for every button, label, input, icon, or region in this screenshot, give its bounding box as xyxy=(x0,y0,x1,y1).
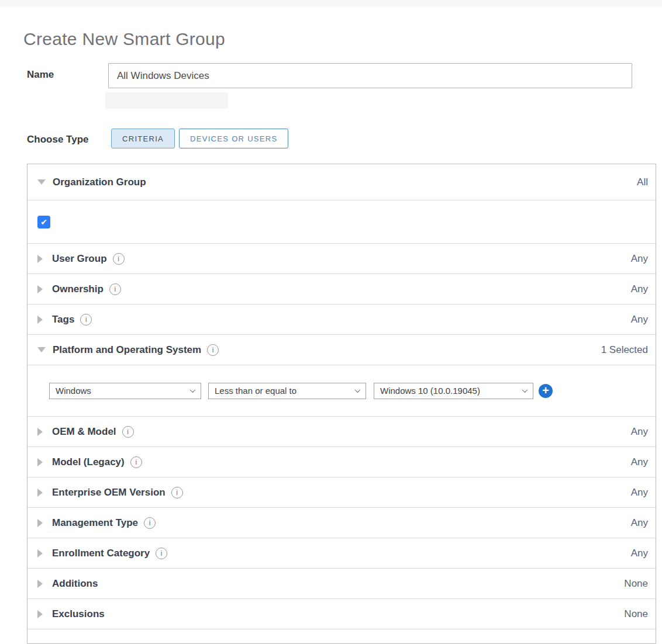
info-icon[interactable]: i xyxy=(207,344,219,356)
row-label: OEM & Model xyxy=(52,426,116,438)
panel-empty-area xyxy=(27,629,656,643)
criteria-row-exclusions[interactable]: Exclusions None xyxy=(27,599,656,629)
row-label: Organization Group xyxy=(53,176,146,188)
info-icon[interactable]: i xyxy=(144,517,156,529)
caret-right-icon xyxy=(37,316,43,324)
organization-group-content-row: ✔ xyxy=(27,200,656,244)
choose-type-button-group: CRITERIA DEVICES OR USERS xyxy=(111,129,288,148)
caret-right-icon xyxy=(37,610,43,618)
caret-right-icon xyxy=(37,255,43,263)
criteria-row-platform-and-os[interactable]: Platform and Operating System i 1 Select… xyxy=(27,335,656,365)
chevron-down-icon xyxy=(355,387,361,393)
info-icon[interactable]: i xyxy=(113,253,125,265)
create-smart-group-page: Create New Smart Group Name Choose Type … xyxy=(0,0,662,644)
row-value: None xyxy=(624,578,648,590)
row-value: 1 Selected xyxy=(601,344,648,356)
info-icon[interactable]: i xyxy=(122,426,134,438)
criteria-row-oem-and-model[interactable]: OEM & Model i Any xyxy=(27,417,656,447)
caret-right-icon xyxy=(37,458,43,466)
row-label: Additions xyxy=(52,578,98,590)
caret-right-icon xyxy=(37,285,43,293)
row-value: Any xyxy=(631,426,648,438)
caret-down-icon xyxy=(37,347,46,352)
criteria-row-tags[interactable]: Tags i Any xyxy=(27,304,656,335)
criteria-row-model-legacy[interactable]: Model (Legacy) i Any xyxy=(27,447,656,477)
os-version-select-value: Windows 10 (10.0.19045) xyxy=(380,386,480,396)
operator-select[interactable]: Less than or equal to xyxy=(208,383,366,399)
os-version-select[interactable]: Windows 10 (10.0.19045) xyxy=(374,383,533,399)
name-field-label: Name xyxy=(27,69,54,81)
row-value: Any xyxy=(631,548,648,559)
type-button-devices-or-users[interactable]: DEVICES OR USERS xyxy=(179,129,288,148)
row-value: Any xyxy=(631,487,648,498)
caret-right-icon xyxy=(37,549,43,558)
row-value: Any xyxy=(631,456,648,468)
row-label: Enterprise OEM Version xyxy=(52,487,166,498)
row-label: Exclusions xyxy=(52,608,105,620)
row-label: Model (Legacy) xyxy=(52,456,125,468)
platform-select[interactable]: Windows xyxy=(49,383,201,399)
row-label: Tags xyxy=(52,314,74,326)
chevron-down-icon xyxy=(522,387,528,393)
row-value: Any xyxy=(631,314,648,326)
info-icon[interactable]: i xyxy=(80,314,92,326)
name-helper-redacted-text xyxy=(105,92,228,109)
operator-select-value: Less than or equal to xyxy=(215,386,296,396)
caret-right-icon xyxy=(37,519,43,527)
choose-type-label: Choose Type xyxy=(27,134,88,146)
row-value: Any xyxy=(631,517,648,529)
row-value: Any xyxy=(631,283,648,295)
caret-right-icon xyxy=(37,428,43,436)
row-label: Enrollment Category xyxy=(52,548,150,559)
platform-rule-row: Windows Less than or equal to Windows 10… xyxy=(27,365,656,417)
type-button-criteria[interactable]: CRITERIA xyxy=(111,129,175,148)
plus-icon: + xyxy=(542,384,549,397)
info-icon[interactable]: i xyxy=(171,487,183,498)
checkmark-icon: ✔ xyxy=(40,217,47,227)
criteria-row-organization-group[interactable]: Organization Group All xyxy=(27,164,656,200)
page-top-strip xyxy=(0,0,662,7)
name-input[interactable] xyxy=(108,63,632,88)
info-icon[interactable]: i xyxy=(130,456,142,468)
row-label: Platform and Operating System xyxy=(53,344,201,356)
row-value: None xyxy=(624,608,648,620)
criteria-row-enterprise-oem-version[interactable]: Enterprise OEM Version i Any xyxy=(27,477,656,508)
chevron-down-icon xyxy=(190,387,196,393)
page-title: Create New Smart Group xyxy=(23,29,225,49)
row-value: All xyxy=(637,176,648,188)
platform-select-value: Windows xyxy=(56,386,91,396)
add-rule-button[interactable]: + xyxy=(539,384,553,398)
criteria-panel: Organization Group All ✔ User Group i An… xyxy=(27,164,656,644)
caret-down-icon xyxy=(37,179,46,185)
row-label: User Group xyxy=(52,253,107,265)
criteria-row-enrollment-category[interactable]: Enrollment Category i Any xyxy=(27,538,656,569)
criteria-row-ownership[interactable]: Ownership i Any xyxy=(27,274,656,304)
row-label: Ownership xyxy=(52,283,104,295)
info-icon[interactable]: i xyxy=(109,283,121,295)
caret-right-icon xyxy=(37,580,43,588)
caret-right-icon xyxy=(37,489,43,497)
organization-group-checkbox[interactable]: ✔ xyxy=(37,216,50,228)
criteria-row-user-group[interactable]: User Group i Any xyxy=(27,244,656,274)
row-value: Any xyxy=(631,253,648,265)
criteria-row-additions[interactable]: Additions None xyxy=(27,569,656,599)
info-icon[interactable]: i xyxy=(156,548,167,559)
criteria-row-management-type[interactable]: Management Type i Any xyxy=(27,508,656,538)
row-label: Management Type xyxy=(52,517,138,529)
